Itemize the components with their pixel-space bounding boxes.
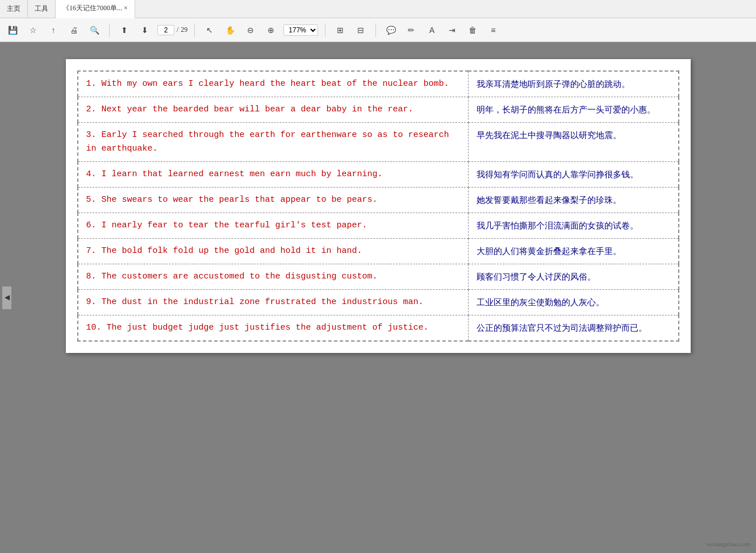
title-bar: 主页 工具 《16天记住7000单... ×: [0, 0, 756, 18]
tab-tools[interactable]: 工具: [28, 0, 56, 18]
chinese-cell-1: 我亲耳清楚地听到原子弹的心脏的跳动。: [468, 71, 678, 97]
toolbar: 💾 ☆ ↑ 🖨 🔍 ⬆ ⬇ / 29 ↖ ✋ ⊖ ⊕ 177% 100% 150…: [0, 18, 756, 42]
english-cell-6: 6. I nearly fear to tear the tearful gir…: [78, 213, 469, 239]
back-button[interactable]: ↑: [45, 22, 61, 38]
table-row: 8. The customers are accustomed to the d…: [78, 264, 679, 290]
table-row: 1. With my own ears I clearly heard the …: [78, 71, 679, 97]
table-row: 6. I nearly fear to tear the tearful gir…: [78, 213, 679, 239]
search-button[interactable]: 🔍: [86, 22, 102, 38]
separator-4: [375, 23, 376, 37]
page-down-button[interactable]: ⬇: [137, 22, 153, 38]
main-area: ◀ 1. With my own ears I clearly heard th…: [0, 42, 756, 553]
english-cell-2: 2. Next year the bearded bear will bear …: [78, 97, 469, 123]
table-row: 3. Early I searched through the earth fo…: [78, 123, 679, 162]
english-cell-7: 7. The bold folk fold up the gold and ho…: [78, 239, 469, 264]
highlight-button[interactable]: A: [424, 22, 440, 38]
save-button[interactable]: 💾: [5, 22, 20, 38]
extract-button[interactable]: ⇥: [444, 22, 460, 38]
hand-button[interactable]: ✋: [222, 22, 238, 38]
document: 1. With my own ears I clearly heard the …: [66, 59, 691, 353]
print-button[interactable]: 🖨: [66, 22, 82, 38]
separator-3: [325, 23, 325, 37]
english-cell-9: 9. The dust in the industrial zone frust…: [78, 290, 469, 315]
table-row: 2. Next year the bearded bear will bear …: [78, 97, 679, 123]
tab-home[interactable]: 主页: [0, 0, 28, 18]
english-cell-1: 1. With my own ears I clearly heard the …: [78, 71, 469, 97]
chinese-cell-10: 公正的预算法官只不过为司法调整辩护而已。: [468, 315, 678, 342]
english-cell-3: 3. Early I searched through the earth fo…: [78, 123, 469, 162]
tab-bar: 主页 工具 《16天记住7000单... ×: [0, 0, 135, 18]
comment-button[interactable]: 💬: [383, 22, 399, 38]
page-nav: / 29: [157, 25, 187, 35]
english-cell-10: 10. The just budget judge just justifies…: [78, 315, 469, 342]
table-row: 7. The bold folk fold up the gold and ho…: [78, 239, 679, 264]
english-cell-8: 8. The customers are accustomed to the d…: [78, 264, 469, 290]
chinese-cell-8: 顾客们习惯了令人讨厌的风俗。: [468, 264, 678, 290]
page-input[interactable]: [157, 25, 174, 35]
left-panel-toggle[interactable]: ◀: [2, 286, 11, 309]
chinese-cell-4: 我得知有学问而认真的人靠学问挣很多钱。: [468, 162, 678, 188]
table-row: 10. The just budget judge just justifies…: [78, 315, 679, 342]
zoom-select[interactable]: 177% 100% 150% 200%: [283, 24, 318, 36]
table-row: 5. She swears to wear the pearls that ap…: [78, 188, 679, 213]
english-cell-5: 5. She swears to wear the pearls that ap…: [78, 188, 469, 213]
chinese-cell-7: 大胆的人们将黄金折叠起来拿在手里。: [468, 239, 678, 264]
more-button[interactable]: ≡: [485, 22, 501, 38]
chinese-cell-3: 早先我在泥土中搜寻陶器以研究地震。: [468, 123, 678, 162]
separator-2: [194, 23, 195, 37]
fit-page-button[interactable]: ⊞: [332, 22, 348, 38]
zoom-out-button[interactable]: ⊖: [243, 22, 258, 38]
bookmark-button[interactable]: ☆: [25, 22, 41, 38]
zoom-in-button[interactable]: ⊕: [263, 22, 279, 38]
content-table: 1. With my own ears I clearly heard the …: [77, 70, 679, 342]
chinese-cell-2: 明年，长胡子的熊将在后方产一头可爱的小惠。: [468, 97, 678, 123]
delete-button[interactable]: 🗑: [465, 22, 481, 38]
table-row: 4. I learn that learned earnest men earn…: [78, 162, 679, 188]
table-row: 9. The dust in the industrial zone frust…: [78, 290, 679, 315]
chinese-cell-9: 工业区里的灰尘使勤勉的人灰心。: [468, 290, 678, 315]
separator-1: [109, 23, 110, 37]
page-up-button[interactable]: ⬆: [116, 22, 132, 38]
fit-width-button[interactable]: ⊟: [353, 22, 369, 38]
watermark: wobangzhao.com: [707, 540, 750, 547]
chinese-cell-5: 她发誓要戴那些看起来像梨子的珍珠。: [468, 188, 678, 213]
tab-doc[interactable]: 《16天记住7000单... ×: [56, 0, 135, 18]
chinese-cell-6: 我几乎害怕撕那个泪流满面的女孩的试卷。: [468, 213, 678, 239]
cursor-button[interactable]: ↖: [202, 22, 218, 38]
english-cell-4: 4. I learn that learned earnest men earn…: [78, 162, 469, 188]
edit-button[interactable]: ✏: [403, 22, 419, 38]
